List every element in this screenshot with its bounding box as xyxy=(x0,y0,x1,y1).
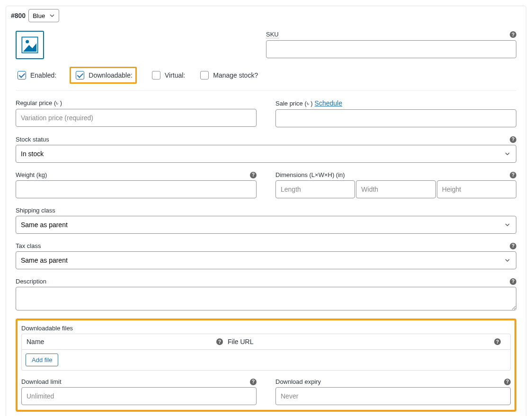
help-icon[interactable]: ? xyxy=(510,172,516,178)
manage-stock-checkbox[interactable] xyxy=(200,71,209,80)
manage-stock-checkbox-wrap: Manage stock? xyxy=(198,70,258,81)
image-placeholder-icon xyxy=(20,35,40,55)
help-icon[interactable]: ? xyxy=(216,338,223,345)
description-textarea[interactable] xyxy=(16,287,516,310)
stock-status-select[interactable]: In stock xyxy=(16,145,516,163)
help-icon[interactable]: ? xyxy=(494,338,501,345)
add-file-button[interactable]: Add file xyxy=(26,354,58,366)
regular-price-input[interactable] xyxy=(16,109,257,127)
downloadable-files-label: Downloadable files xyxy=(21,325,73,332)
enabled-checkbox[interactable] xyxy=(18,71,26,80)
virtual-checkbox-wrap: Virtual: xyxy=(150,70,185,81)
variation-id: #800 xyxy=(11,12,26,19)
regular-price-label: Regular price (৳ ) xyxy=(16,99,62,107)
help-icon[interactable]: ? xyxy=(504,379,511,385)
enabled-label: Enabled: xyxy=(30,71,56,79)
dimensions-label: Dimensions (L×W×H) (in) xyxy=(275,171,345,178)
help-icon[interactable]: ? xyxy=(510,136,516,143)
th-name: Name xyxy=(27,338,44,345)
manage-stock-label: Manage stock? xyxy=(213,71,258,79)
help-icon[interactable]: ? xyxy=(250,172,257,178)
width-input[interactable] xyxy=(356,180,435,198)
downloadable-section-highlight: Downloadable files Name ? File URL ? Add… xyxy=(16,319,516,412)
weight-input[interactable] xyxy=(16,180,257,198)
downloadable-label: Downloadable: xyxy=(89,71,133,79)
downloadable-checkbox-wrap: Downloadable: xyxy=(74,70,133,81)
shipping-class-label: Shipping class xyxy=(16,207,55,214)
description-label: Description xyxy=(16,278,46,285)
enabled-checkbox-wrap: Enabled: xyxy=(16,70,56,81)
downloadable-checkbox[interactable] xyxy=(76,71,84,80)
variation-panel: #800 Blue Enabled: xyxy=(6,6,526,416)
height-input[interactable] xyxy=(437,180,516,198)
help-icon[interactable]: ? xyxy=(510,243,516,249)
sku-input[interactable] xyxy=(266,40,516,58)
tax-class-select[interactable]: Same as parent xyxy=(16,251,516,269)
virtual-label: Virtual: xyxy=(165,71,185,79)
help-icon[interactable]: ? xyxy=(510,278,516,285)
stock-status-label: Stock status xyxy=(16,136,49,143)
help-icon[interactable]: ? xyxy=(250,379,257,385)
length-input[interactable] xyxy=(275,180,355,198)
variation-image-upload[interactable] xyxy=(16,31,44,59)
download-expiry-label: Download expiry xyxy=(275,378,321,385)
attribute-select[interactable]: Blue xyxy=(28,9,59,22)
variation-header: #800 Blue xyxy=(6,6,526,25)
sku-label: SKU xyxy=(266,31,279,38)
download-limit-input[interactable] xyxy=(21,387,257,405)
th-file-url: File URL xyxy=(228,338,253,345)
downloadable-files-table: Name ? File URL ? Add file xyxy=(21,334,511,371)
weight-label: Weight (kg) xyxy=(16,171,47,178)
sale-price-input[interactable] xyxy=(275,109,516,127)
svg-point-2 xyxy=(26,40,29,44)
downloadable-highlight: Downloadable: xyxy=(70,67,137,84)
schedule-link[interactable]: Schedule xyxy=(315,99,342,107)
download-limit-label: Download limit xyxy=(21,378,62,385)
help-icon[interactable]: ? xyxy=(510,31,516,38)
sale-price-label: Sale price (৳ ) xyxy=(275,100,313,107)
shipping-class-select[interactable]: Same as parent xyxy=(16,216,516,234)
virtual-checkbox[interactable] xyxy=(152,71,160,80)
tax-class-label: Tax class xyxy=(16,242,41,249)
download-expiry-input[interactable] xyxy=(275,387,511,405)
